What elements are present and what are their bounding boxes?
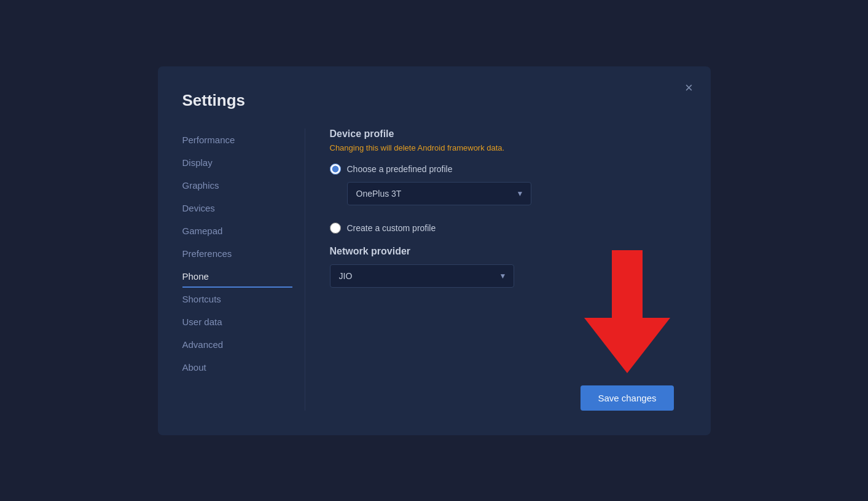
profile-select-wrapper: OnePlus 3T Samsung Galaxy S9 Pixel 3 Cus…	[347, 182, 531, 205]
arrow-stem	[612, 250, 643, 318]
sidebar-item-phone[interactable]: Phone	[182, 265, 292, 288]
device-profile-title: Device profile	[330, 128, 686, 140]
radio-custom-label: Create a custom profile	[347, 223, 436, 233]
network-select-wrapper: JIO Airtel Vodafone BSNL ▼	[330, 264, 514, 288]
save-changes-button[interactable]: Save changes	[581, 385, 673, 411]
sidebar-item-gamepad[interactable]: Gamepad	[182, 219, 292, 242]
radio-predefined-row: Choose a predefined profile	[330, 164, 686, 175]
save-changes-area: Save changes	[581, 250, 673, 411]
sidebar-item-performance[interactable]: Performance	[182, 128, 292, 151]
device-profile-warning: Changing this will delete Android framew…	[330, 143, 686, 152]
network-select[interactable]: JIO Airtel Vodafone BSNL	[330, 264, 514, 288]
settings-dialog: Settings × Performance Display Graphics …	[158, 66, 711, 435]
sidebar-item-preferences[interactable]: Preferences	[182, 242, 292, 265]
settings-sidebar: Performance Display Graphics Devices Gam…	[182, 128, 305, 411]
sidebar-item-shortcuts[interactable]: Shortcuts	[182, 288, 292, 310]
sidebar-item-advanced[interactable]: Advanced	[182, 333, 292, 356]
sidebar-item-display[interactable]: Display	[182, 151, 292, 174]
sidebar-item-user-data[interactable]: User data	[182, 310, 292, 333]
radio-custom[interactable]	[330, 223, 341, 234]
radio-predefined-label: Choose a predefined profile	[347, 164, 453, 174]
close-button[interactable]: ×	[680, 79, 698, 97]
sidebar-item-devices[interactable]: Devices	[182, 197, 292, 219]
arrow-indicator	[584, 250, 670, 373]
radio-custom-row: Create a custom profile	[330, 223, 686, 234]
arrow-head	[584, 318, 670, 373]
modal-overlay: Settings × Performance Display Graphics …	[0, 0, 868, 501]
radio-predefined[interactable]	[330, 164, 341, 175]
sidebar-item-graphics[interactable]: Graphics	[182, 174, 292, 197]
profile-select[interactable]: OnePlus 3T Samsung Galaxy S9 Pixel 3 Cus…	[347, 182, 531, 205]
settings-title: Settings	[182, 91, 686, 110]
sidebar-item-about[interactable]: About	[182, 356, 292, 379]
